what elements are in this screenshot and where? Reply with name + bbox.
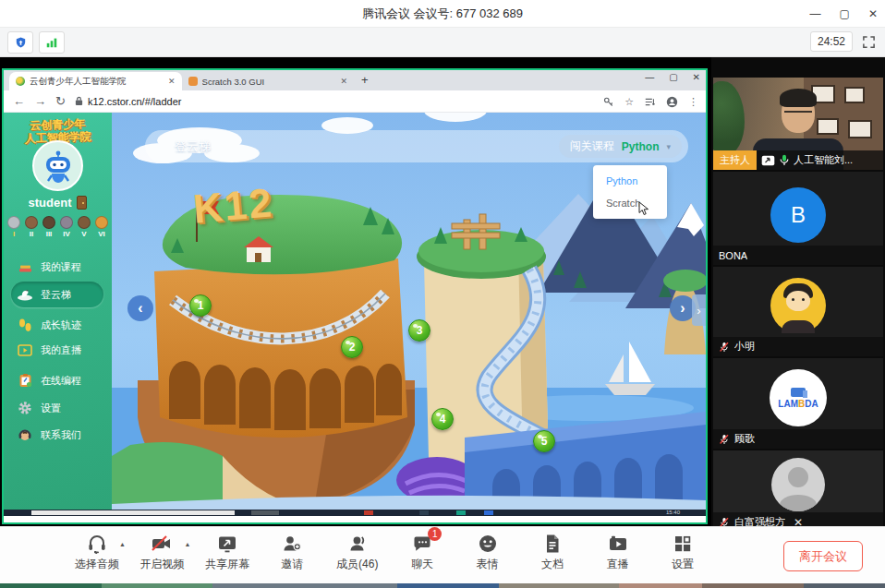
close-icon[interactable]: ✕ bbox=[794, 516, 803, 527]
username-label: student bbox=[29, 196, 72, 210]
lambda-flag-icon bbox=[791, 388, 806, 397]
browser-minimize-button[interactable]: — bbox=[645, 72, 654, 82]
sidebar-item-contact-us[interactable]: 联系我们 bbox=[17, 424, 102, 446]
mic-muted-icon bbox=[719, 434, 730, 445]
participant-tile-last[interactable]: 白富强想方 ✕ bbox=[713, 450, 883, 526]
browser-menu-icon[interactable]: ⋮ bbox=[688, 96, 698, 108]
participant-tile-bona[interactable]: B BONA bbox=[713, 172, 883, 265]
level-marker-3[interactable]: 3 bbox=[408, 319, 430, 342]
browser-maximize-button[interactable]: ▢ bbox=[669, 72, 677, 82]
live-button[interactable]: 直播 bbox=[588, 533, 649, 572]
back-icon[interactable]: ← bbox=[13, 94, 25, 108]
reading-list-icon[interactable] bbox=[644, 97, 656, 107]
bookmark-star-icon[interactable]: ☆ bbox=[624, 96, 634, 108]
network-quality-button[interactable] bbox=[39, 31, 65, 54]
k12-favicon bbox=[16, 77, 25, 86]
audio-options-caret[interactable]: ▲ bbox=[119, 541, 126, 547]
share-screen-button[interactable]: 共享屏幕 bbox=[197, 533, 258, 572]
level-marker-5[interactable]: 5 bbox=[533, 430, 555, 452]
meeting-timer: 24:52 bbox=[810, 31, 853, 52]
close-button[interactable]: ✕ bbox=[868, 0, 878, 28]
level-marker-1[interactable]: 1 bbox=[189, 294, 212, 317]
video-options-caret[interactable]: ▲ bbox=[185, 541, 191, 547]
browser-tab-k12[interactable]: 云创青少年人工智能学院 ✕ bbox=[9, 72, 182, 90]
logout-door-icon[interactable] bbox=[77, 196, 87, 210]
prev-map-button[interactable]: ‹ bbox=[127, 295, 153, 321]
reload-icon[interactable]: ↻ bbox=[55, 94, 66, 108]
course-select[interactable]: 闯关课程 Python ▾ bbox=[559, 135, 682, 158]
panel-collapse-handle[interactable]: › bbox=[692, 294, 706, 326]
level-marker-4[interactable]: 4 bbox=[431, 408, 454, 430]
dropdown-option-scratch[interactable]: Scratch bbox=[593, 192, 667, 214]
emoji-button[interactable]: 表情 bbox=[457, 533, 518, 572]
fullscreen-icon[interactable] bbox=[862, 35, 876, 49]
new-tab-button[interactable]: + bbox=[361, 73, 369, 87]
sharing-screen-icon bbox=[761, 155, 775, 166]
chat-button[interactable]: 聊天 1 bbox=[392, 533, 453, 572]
robot-icon bbox=[41, 148, 76, 185]
maximize-button[interactable]: ▢ bbox=[840, 0, 850, 28]
participants-panel: 主持人 人工智能刘... B BONA bbox=[711, 57, 885, 526]
footprints-icon bbox=[17, 317, 33, 333]
profile-avatar-icon[interactable] bbox=[666, 96, 678, 108]
robot-avatar bbox=[32, 140, 83, 191]
memoji-avatar bbox=[770, 278, 826, 333]
level-avatar[interactable]: IV bbox=[60, 216, 74, 238]
shared-desktop-taskbar: 15:40 bbox=[4, 510, 706, 516]
tab-close-icon[interactable]: ✕ bbox=[341, 77, 348, 86]
docs-button[interactable]: 文档 bbox=[522, 533, 583, 572]
level-avatar[interactable]: V bbox=[78, 216, 91, 238]
url-field[interactable]: k12.cstor.cn/#/ladder bbox=[75, 96, 182, 107]
meeting-titlebar: 腾讯会议 会议号: 677 032 689 — ▢ ✕ bbox=[0, 0, 885, 28]
forward-icon[interactable]: → bbox=[34, 94, 46, 108]
sidebar-item-ladder[interactable]: 登云梯 bbox=[17, 283, 102, 306]
participant-tile-host[interactable]: 主持人 人工智能刘... bbox=[713, 78, 883, 170]
invite-icon bbox=[281, 533, 303, 555]
level-avatar[interactable]: III bbox=[42, 216, 56, 238]
level-marker-2[interactable]: 2 bbox=[341, 336, 363, 358]
browser-tab-scratch[interactable]: Scratch 3.0 GUI ✕ bbox=[182, 72, 355, 90]
camera-off-icon bbox=[150, 533, 174, 555]
participant-tile-guge[interactable]: LAMBDA 顾歌 bbox=[713, 358, 883, 449]
invite-button[interactable]: 邀请 bbox=[261, 533, 322, 572]
page-title: 登云梯 bbox=[175, 138, 211, 155]
level-avatar[interactable]: II bbox=[25, 216, 39, 238]
video-button[interactable]: 开启视频 ▲ bbox=[131, 533, 192, 572]
sidebar-item-online-coding[interactable]: 在线编程 bbox=[17, 369, 102, 391]
password-key-icon[interactable] bbox=[603, 96, 614, 107]
level-avatar[interactable]: VI bbox=[95, 216, 109, 238]
course-select-value: Python bbox=[622, 140, 660, 153]
browser-close-button[interactable]: ✕ bbox=[693, 72, 700, 82]
course-select-label: 闯关课程 bbox=[570, 138, 614, 154]
sidebar-item-my-courses[interactable]: 我的课程 bbox=[17, 256, 102, 278]
signal-bars-icon bbox=[45, 36, 58, 49]
course-dropdown-menu: Python Scratch bbox=[593, 165, 667, 219]
sidebar-item-my-live[interactable]: 我的直播 bbox=[17, 339, 102, 361]
k12-ladder-page: 云创青少年 人工智能学院 bbox=[4, 113, 706, 516]
sidebar-item-growth-track[interactable]: 成长轨迹 bbox=[17, 314, 102, 336]
audio-button[interactable]: 选择音频 ▲ bbox=[67, 533, 127, 572]
settings-button[interactable]: 设置 bbox=[652, 533, 713, 572]
tab-title: 云创青少年人工智能学院 bbox=[30, 76, 164, 88]
leave-meeting-button[interactable]: 离开会议 bbox=[783, 541, 863, 571]
shield-icon bbox=[14, 36, 28, 50]
dropdown-option-python[interactable]: Python bbox=[593, 170, 667, 192]
tencent-meeting-window: 腾讯会议 会议号: 677 032 689 — ▢ ✕ 24:52 bbox=[0, 0, 885, 588]
ladder-map-scene: K12 登云梯 闯关课程 Python ▾ Pytho bbox=[112, 113, 706, 516]
host-badge: 主持人 bbox=[713, 150, 757, 170]
security-shield-button[interactable] bbox=[7, 31, 33, 54]
avatar-letter: B bbox=[770, 187, 826, 243]
minimize-button[interactable]: — bbox=[810, 0, 821, 28]
plant-decor bbox=[713, 81, 745, 155]
headset-icon bbox=[86, 533, 108, 555]
tab-close-icon[interactable]: ✕ bbox=[168, 77, 176, 86]
live-tv-icon bbox=[17, 342, 33, 358]
level-avatars-row: I II III IV V VI bbox=[4, 216, 112, 238]
meeting-statusbar: 24:52 bbox=[0, 28, 885, 57]
share-screen-icon bbox=[216, 533, 238, 555]
sidebar-item-settings[interactable]: 设置 bbox=[17, 397, 102, 419]
members-button[interactable]: 成员(46) bbox=[327, 533, 388, 572]
level-avatar[interactable]: I bbox=[7, 216, 21, 238]
meeting-title: 腾讯会议 会议号: 677 032 689 bbox=[362, 6, 523, 22]
participant-tile-xiaoming[interactable]: 小明 bbox=[713, 267, 883, 356]
